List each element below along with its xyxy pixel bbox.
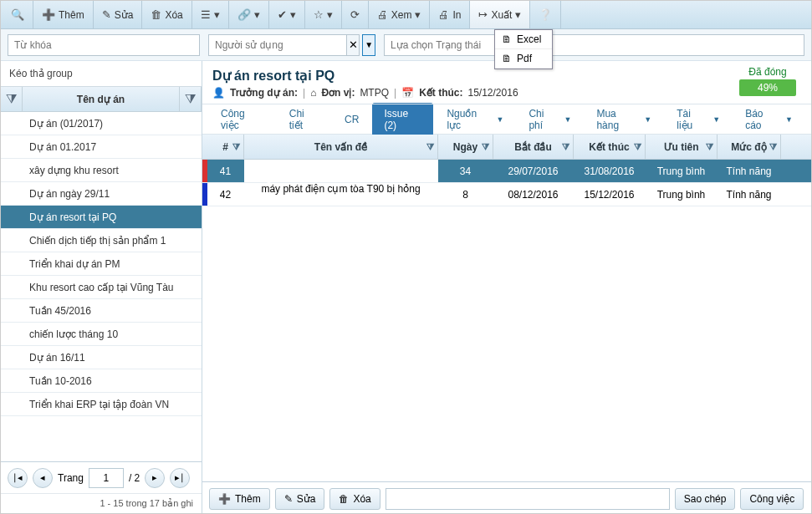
filter-icon[interactable]: ⧩ xyxy=(482,141,489,152)
filter-bar: ✕ ▼ xyxy=(1,29,811,61)
project-item[interactable]: Tuần 45/2016 xyxy=(1,299,202,323)
next-page-button[interactable]: ▸ xyxy=(145,468,165,488)
export-excel-label: Excel xyxy=(517,33,541,45)
filter-icon: ⧩ xyxy=(6,92,17,107)
col-level[interactable]: Mức độ⧩ xyxy=(718,135,781,159)
project-item[interactable]: Triển khai dự án PM xyxy=(1,252,202,276)
filter-icon[interactable]: ⧩ xyxy=(706,141,713,152)
binoculars-button[interactable]: 🔍 xyxy=(3,1,33,28)
edit-button[interactable]: ✎Sửa xyxy=(94,1,143,28)
export-button[interactable]: ↦Xuất▾ xyxy=(470,1,530,28)
project-item[interactable]: Khu resort cao cấp tại Vũng Tàu xyxy=(1,276,202,299)
status-input[interactable] xyxy=(384,34,804,56)
help-icon: ❔ xyxy=(539,8,552,21)
filter-icon[interactable]: ⧩ xyxy=(634,141,641,152)
last-page-button[interactable]: ▸∣ xyxy=(170,468,190,488)
end-value: 15/12/2016 xyxy=(468,87,518,99)
footer-copy-button[interactable]: Sao chép xyxy=(675,488,736,510)
col-title[interactable]: Tên vấn đề⧩ xyxy=(244,135,438,159)
filter-icon[interactable]: ⧩ xyxy=(232,141,240,152)
tab-issue-(2)[interactable]: Issue (2) xyxy=(372,103,433,136)
tab-chi-phí[interactable]: Chi phí▼ xyxy=(517,103,583,136)
col-days[interactable]: Ngày⧩ xyxy=(438,135,493,159)
first-page-button[interactable]: ∣◂ xyxy=(8,468,28,488)
export-label: Xuất xyxy=(491,9,512,21)
project-item[interactable]: Dự án (01/2017) xyxy=(1,112,202,135)
chevron-down-icon: ▼ xyxy=(712,115,720,124)
refresh-button[interactable]: ⟳ xyxy=(342,1,369,28)
col-end[interactable]: Kết thúc⧩ xyxy=(574,135,646,159)
check-circle-icon: ✔ xyxy=(278,8,287,21)
pdf-icon: 🗎 xyxy=(502,53,512,64)
chevron-down-icon: ▼ xyxy=(785,115,793,124)
filter-col-right[interactable]: ⧩ xyxy=(180,87,202,111)
project-item[interactable]: xây dựng khu resort xyxy=(1,159,202,182)
filter-icon[interactable]: ⧩ xyxy=(769,141,777,152)
add-button[interactable]: ➕Thêm xyxy=(33,1,94,28)
col-number[interactable]: #⧩ xyxy=(207,135,244,159)
tab-bar: Công việcChi tiếtCRIssue (2)Nguồn lực▼Ch… xyxy=(202,104,811,135)
col-start[interactable]: Bắt đầu⧩ xyxy=(493,135,574,159)
issue-row[interactable]: 42máy phát điện cụm tòa T90 bị hỏng808/1… xyxy=(202,183,811,206)
print-button[interactable]: 🖨In xyxy=(430,1,470,28)
close-icon: ✕ xyxy=(349,38,358,51)
filter-col-left[interactable]: ⧩ xyxy=(1,87,23,111)
project-item[interactable]: Tuần 10-2016 xyxy=(1,369,202,393)
detail-panel: Dự án resort tại PQ 👤 Trưởng dự án: | ⌂ … xyxy=(202,61,811,514)
print-preview-icon: 🖨 xyxy=(377,8,388,21)
excel-icon: 🗎 xyxy=(502,33,512,45)
project-item[interactable]: Dự án ngày 29/11 xyxy=(1,182,202,206)
tab-nguồn-lực[interactable]: Nguồn lực▼ xyxy=(435,103,515,136)
issue-row[interactable]: 41Phát sinh vấn đề trong giải phóng mặt … xyxy=(202,160,811,183)
project-item[interactable]: Dự án 16/11 xyxy=(1,346,202,369)
user-select-wrap: ✕ ▼ xyxy=(208,34,375,56)
chevron-down-icon: ▼ xyxy=(564,115,572,124)
project-meta: 👤 Trưởng dự án: | ⌂ Đơn vị: MTPQ | 📅 Kết… xyxy=(212,87,801,99)
project-item[interactable]: Chiến dịch tiếp thị sản phẩm 1 xyxy=(1,229,202,252)
share-icon: ↦ xyxy=(478,8,488,21)
col-priority[interactable]: Ưu tiên⧩ xyxy=(646,135,718,159)
filter-icon[interactable]: ⧩ xyxy=(562,141,569,152)
menu-button[interactable]: ☰▾ xyxy=(192,1,229,28)
filter-icon: ⧩ xyxy=(185,92,196,107)
pager-total: / 2 xyxy=(129,472,140,484)
link-button[interactable]: 🔗▾ xyxy=(229,1,269,28)
tab-mua-hàng[interactable]: Mua hàng▼ xyxy=(585,103,663,136)
user-input[interactable] xyxy=(208,34,347,56)
clear-user-button[interactable]: ✕ xyxy=(347,34,360,56)
prev-page-button[interactable]: ◂ xyxy=(33,468,53,488)
grid-footer: ➕Thêm ✎Sửa 🗑Xóa Sao chép Công việc xyxy=(202,481,811,514)
star-button[interactable]: ☆▾ xyxy=(305,1,342,28)
export-excel[interactable]: 🗎Excel xyxy=(495,30,552,49)
col-project-name[interactable]: Tên dự án xyxy=(23,87,180,111)
footer-edit-button[interactable]: ✎Sửa xyxy=(275,488,325,510)
edit-label: Sửa xyxy=(115,9,134,21)
pencil-icon: ✎ xyxy=(102,8,111,21)
footer-work-button[interactable]: Công việc xyxy=(740,488,804,510)
project-item[interactable]: Triển khai ERP tại tập đoàn VN xyxy=(1,393,202,416)
delete-button[interactable]: 🗑Xóa xyxy=(142,1,192,28)
tab-báo-cáo[interactable]: Báo cáo▼ xyxy=(733,103,804,136)
project-item[interactable]: chiến lược tháng 10 xyxy=(1,323,202,346)
export-pdf[interactable]: 🗎Pdf xyxy=(495,49,552,69)
footer-delete-button[interactable]: 🗑Xóa xyxy=(329,488,380,510)
project-item[interactable]: Dự án resort tại PQ xyxy=(1,206,202,229)
help-button[interactable]: ❔ xyxy=(530,1,561,28)
trash-icon: 🗑 xyxy=(151,8,161,21)
approve-button[interactable]: ✔▾ xyxy=(269,1,305,28)
footer-add-button[interactable]: ➕Thêm xyxy=(209,488,270,510)
tab-công-việc[interactable]: Công việc xyxy=(209,103,276,136)
tab-tài-liệu[interactable]: Tài liệu▼ xyxy=(665,103,732,136)
issue-grid: #⧩ Tên vấn đề⧩ Ngày⧩ Bắt đầu⧩ Kết thúc⧩ … xyxy=(202,135,811,481)
user-dropdown-button[interactable]: ▼ xyxy=(362,34,375,56)
tab-chi-tiết[interactable]: Chi tiết xyxy=(278,103,331,136)
project-list[interactable]: Dự án (01/2017)Dự án 01.2017xây dựng khu… xyxy=(1,112,202,461)
page-input[interactable] xyxy=(89,468,124,488)
tab-cr[interactable]: CR xyxy=(333,109,370,130)
export-pdf-label: Pdf xyxy=(517,53,532,64)
view-button[interactable]: 🖨Xem▾ xyxy=(369,1,431,28)
keyword-input[interactable] xyxy=(8,34,200,56)
filter-icon[interactable]: ⧩ xyxy=(426,141,434,152)
project-item[interactable]: Dự án 01.2017 xyxy=(1,135,202,159)
footer-input[interactable] xyxy=(386,488,670,510)
